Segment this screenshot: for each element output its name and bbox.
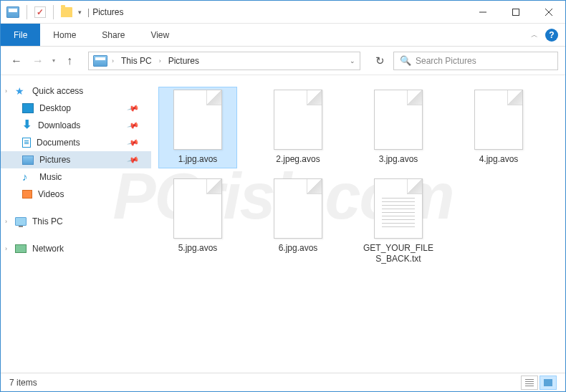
- pin-icon: 📌: [127, 136, 140, 149]
- svg-rect-1: [513, 9, 519, 15]
- sidebar-item-label: Pictures: [39, 155, 70, 165]
- ribbon-tab-view[interactable]: View: [138, 24, 182, 46]
- breadcrumb-seg-pictures[interactable]: Pictures: [166, 54, 202, 67]
- music-icon: ♪: [22, 172, 34, 182]
- blank-file-icon: [274, 178, 322, 239]
- file-name-label: 4.jpg.avos: [479, 154, 519, 166]
- ribbon-file-tab[interactable]: File: [1, 24, 40, 46]
- pin-icon: 📌: [127, 119, 140, 132]
- blank-file-icon: [274, 90, 322, 150]
- nav-history-caret[interactable]: ▾: [52, 57, 55, 64]
- app-icon: [6, 6, 19, 18]
- titlebar: ✓ ▾ |Pictures: [1, 1, 565, 24]
- sidebar-label: Network: [32, 244, 64, 254]
- desktop-icon: [22, 103, 34, 113]
- maximize-button[interactable]: [499, 1, 532, 24]
- sidebar: › ★ Quick access Desktop 📌 ⬇ Downloads 📌…: [1, 75, 151, 373]
- file-name-label: 1.jpg.avos: [178, 154, 218, 166]
- window-title: |Pictures: [87, 7, 123, 17]
- minimize-button[interactable]: [466, 1, 499, 24]
- nav-forward-button[interactable]: →: [29, 52, 47, 70]
- help-button[interactable]: ?: [545, 29, 558, 42]
- file-list[interactable]: 1.jpg.avos2.jpeg.avos3.jpg.avos4.jpg.avo…: [151, 75, 565, 373]
- chevron-right-icon: ›: [5, 218, 7, 225]
- pin-icon: 📌: [127, 102, 140, 115]
- ribbon-tab-share[interactable]: Share: [89, 24, 138, 46]
- large-icons-view-icon: [544, 379, 552, 386]
- blank-file-icon: [374, 90, 423, 150]
- file-name-label: 5.jpg.avos: [178, 243, 218, 254]
- qat-newfolder-button[interactable]: [61, 7, 72, 17]
- nav-up-button[interactable]: ↑: [61, 52, 78, 70]
- ribbon-collapse-caret[interactable]: ︿: [531, 30, 538, 40]
- search-box[interactable]: 🔍: [393, 52, 558, 70]
- refresh-button[interactable]: ↻: [370, 52, 389, 70]
- documents-icon: [22, 138, 31, 148]
- pin-icon: 📌: [127, 153, 140, 166]
- view-details-button[interactable]: [521, 376, 538, 390]
- file-item[interactable]: 3.jpg.avos: [359, 87, 438, 168]
- file-name-label: GET_YOUR_FILES_BACK.txt: [362, 243, 435, 265]
- navbar: ← → ▾ ↑ › This PC › Pictures ⌄ ↻ 🔍: [1, 47, 565, 75]
- file-item[interactable]: 2.jpeg.avos: [259, 87, 337, 168]
- ribbon-tab-home[interactable]: Home: [40, 24, 89, 46]
- close-button[interactable]: [532, 1, 565, 24]
- pictures-icon: [22, 156, 34, 165]
- file-name-label: 6.jpg.avos: [279, 243, 318, 254]
- sidebar-item-videos[interactable]: Videos: [1, 186, 151, 203]
- sidebar-label: Quick access: [32, 86, 83, 96]
- videos-icon: [22, 190, 32, 199]
- sidebar-item-label: Desktop: [39, 103, 71, 113]
- file-item[interactable]: GET_YOUR_FILES_BACK.txt: [359, 176, 438, 268]
- star-icon: ★: [15, 86, 27, 96]
- statusbar: 7 items: [1, 373, 565, 391]
- maximize-icon: [512, 9, 519, 16]
- blank-file-icon: [173, 178, 222, 239]
- sidebar-item-label: Documents: [37, 138, 80, 148]
- breadcrumb-seg-thispc[interactable]: This PC: [118, 54, 155, 67]
- sidebar-item-music[interactable]: ♪ Music: [1, 168, 151, 186]
- sidebar-this-pc[interactable]: › This PC: [1, 213, 151, 230]
- qat-separator: [27, 5, 27, 19]
- breadcrumb-location-icon: [93, 55, 107, 67]
- qat-customize-caret[interactable]: ▾: [78, 9, 82, 16]
- sidebar-item-downloads[interactable]: ⬇ Downloads 📌: [1, 117, 151, 134]
- qat-separator: [53, 5, 54, 19]
- sidebar-network[interactable]: › Network: [1, 240, 151, 257]
- chevron-right-icon: ›: [5, 245, 7, 252]
- blank-file-icon: [173, 90, 222, 150]
- breadcrumb[interactable]: › This PC › Pictures ⌄: [88, 52, 360, 70]
- view-large-icons-button[interactable]: [539, 376, 557, 390]
- details-view-icon: [525, 379, 534, 386]
- sidebar-quick-access[interactable]: › ★ Quick access: [1, 82, 151, 100]
- chevron-right-icon[interactable]: ›: [159, 57, 161, 64]
- sidebar-item-label: Videos: [38, 189, 64, 199]
- file-name-label: 2.jpeg.avos: [276, 154, 320, 166]
- breadcrumb-dropdown-caret[interactable]: ⌄: [350, 57, 355, 64]
- pc-icon: [15, 217, 27, 226]
- file-item[interactable]: 4.jpg.avos: [459, 87, 538, 168]
- qat-properties-button[interactable]: ✓: [34, 6, 46, 18]
- minimize-icon: [479, 9, 486, 16]
- file-name-label: 3.jpg.avos: [379, 154, 418, 166]
- close-icon: [545, 9, 552, 16]
- search-input[interactable]: [416, 56, 552, 66]
- file-item[interactable]: 5.jpg.avos: [158, 176, 237, 268]
- sidebar-item-label: Music: [39, 172, 62, 182]
- search-icon: 🔍: [400, 55, 411, 66]
- chevron-right-icon[interactable]: ›: [112, 57, 114, 64]
- sidebar-item-desktop[interactable]: Desktop 📌: [1, 100, 151, 117]
- blank-file-icon: [474, 90, 523, 150]
- sidebar-item-label: Downloads: [38, 120, 80, 130]
- sidebar-label: This PC: [32, 216, 63, 226]
- status-item-count: 7 items: [9, 378, 37, 388]
- ribbon: File Home Share View ︿ ?: [1, 24, 565, 47]
- text-file-icon: [374, 178, 423, 239]
- network-icon: [15, 244, 27, 253]
- chevron-right-icon: ›: [5, 87, 7, 95]
- nav-back-button[interactable]: ←: [8, 52, 25, 70]
- sidebar-item-pictures[interactable]: Pictures 📌: [1, 151, 151, 168]
- sidebar-item-documents[interactable]: Documents 📌: [1, 134, 151, 151]
- file-item[interactable]: 1.jpg.avos: [158, 87, 237, 168]
- file-item[interactable]: 6.jpg.avos: [259, 176, 337, 268]
